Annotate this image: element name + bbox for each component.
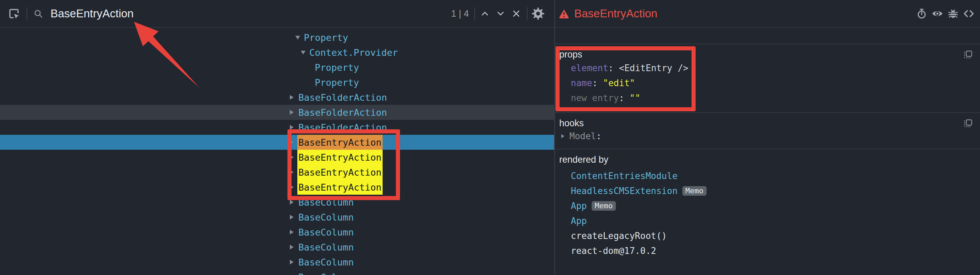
- component-name: Property: [314, 75, 360, 90]
- settings-button[interactable]: [530, 6, 546, 21]
- owner-text: createLegacyRoot(): [571, 231, 667, 241]
- toolbar-separator: [27, 7, 27, 20]
- expand-arrow-icon[interactable]: [290, 240, 298, 254]
- expand-arrow-icon[interactable]: [290, 210, 298, 224]
- inspected-element-toolbar: BaseEntryAction: [555, 0, 980, 28]
- owner-link[interactable]: HeadlessCMSExtension: [571, 186, 678, 196]
- expand-arrow-icon[interactable]: [290, 90, 298, 105]
- tree-row-basefolderaction[interactable]: BaseFolderAction: [0, 120, 554, 135]
- inspect-dom-element-button[interactable]: [929, 6, 945, 21]
- tree-row-property[interactable]: Property: [0, 60, 554, 75]
- tree-row-basecolumn[interactable]: BaseColumn: [0, 240, 554, 254]
- search-icon: [31, 6, 45, 21]
- expand-arrow-icon[interactable]: [290, 270, 298, 275]
- prop-row[interactable]: new entry:"": [559, 90, 974, 106]
- rendered-by-item: createLegacyRoot(): [559, 228, 974, 243]
- suspend-component-button[interactable]: [914, 6, 929, 21]
- inspect-element-icon: [8, 8, 20, 20]
- collapse-arrow-icon[interactable]: [301, 45, 308, 60]
- clear-search-button[interactable]: [508, 6, 524, 21]
- prop-key: new entry: [571, 93, 619, 103]
- component-name: BaseColumn: [298, 224, 355, 240]
- tree-row-basefolderaction[interactable]: BaseFolderAction: [0, 90, 554, 105]
- rendered-by-item: HeadlessCMSExtensionMemo: [559, 183, 974, 198]
- copy-props-button[interactable]: [962, 49, 974, 60]
- chevron-up-icon: [480, 8, 490, 19]
- colon: :: [619, 93, 624, 103]
- next-match-button[interactable]: [493, 6, 508, 21]
- tree-row-basecolumn[interactable]: BaseColumn: [0, 195, 554, 210]
- component-name: BaseFolderAction: [298, 90, 388, 105]
- owner-text: react-dom@17.0.2: [571, 246, 656, 256]
- owner-link[interactable]: App: [571, 201, 587, 211]
- expand-arrow-icon[interactable]: [290, 120, 298, 135]
- arrow-spacer: [306, 60, 314, 75]
- copy-hooks-button[interactable]: [962, 117, 974, 129]
- warning-triangle-icon: [558, 6, 570, 21]
- previous-match-button[interactable]: [477, 6, 493, 21]
- tree-row-basecolumn[interactable]: BaseColumn: [0, 210, 554, 224]
- colon: :: [592, 78, 598, 88]
- view-source-button[interactable]: [961, 6, 977, 21]
- tree-row-property[interactable]: Property: [0, 75, 554, 90]
- component-name: BaseColumn: [298, 210, 355, 224]
- tree-row-baseentryaction[interactable]: BaseEntryAction: [0, 165, 554, 180]
- search-results-count: 1 | 4: [451, 8, 469, 19]
- tree-row-baseentryaction[interactable]: BaseEntryAction: [0, 150, 554, 165]
- prop-value: "edit": [603, 78, 635, 88]
- component-name: BaseColumn: [298, 240, 355, 254]
- component-name: BaseEntryAction: [298, 180, 383, 195]
- expand-arrow-icon[interactable]: [290, 195, 298, 210]
- rendered-by-section: rendered by ContentEntriesModuleHeadless…: [555, 149, 980, 258]
- expand-arrow-icon[interactable]: [290, 135, 298, 150]
- tree-row-basecolumn[interactable]: BaseColumn: [0, 254, 554, 270]
- tree-row-context-provider[interactable]: Context.Provider: [0, 45, 554, 60]
- owner-link[interactable]: ContentEntriesModule: [571, 171, 678, 181]
- gear-icon: [531, 7, 545, 21]
- tree-row-basecolumn[interactable]: BaseColumn: [0, 224, 554, 240]
- hook-name: Model: [570, 131, 596, 141]
- expand-arrow-icon[interactable]: [290, 180, 298, 195]
- prop-row[interactable]: element:<EditEntry />: [559, 60, 974, 76]
- tree-row-basefolderaction[interactable]: BaseFolderAction: [0, 105, 554, 120]
- components-toolbar: 1 | 4: [0, 0, 554, 28]
- search-input[interactable]: [51, 7, 449, 20]
- component-name: BaseFolderAction: [298, 105, 388, 120]
- inspect-element-button[interactable]: [6, 6, 22, 21]
- prop-value: <EditEntry />: [619, 63, 689, 73]
- expand-arrow-icon[interactable]: [561, 134, 570, 138]
- rendered-by-item: ContentEntriesModule: [559, 169, 974, 183]
- toolbar-separator: [527, 7, 528, 20]
- expand-arrow-icon[interactable]: [290, 165, 298, 180]
- copy-icon: [963, 50, 973, 59]
- arrow-spacer: [306, 75, 314, 90]
- rendered-by-item: react-dom@17.0.2: [559, 243, 974, 258]
- tree-row-basecolumn[interactable]: BaseColumn: [0, 270, 554, 275]
- expand-arrow-icon[interactable]: [290, 150, 298, 165]
- expand-arrow-icon[interactable]: [290, 224, 298, 240]
- prop-value: "": [630, 93, 640, 103]
- code-brackets-icon: [963, 8, 975, 19]
- tree-row-baseentryaction[interactable]: BaseEntryAction: [0, 135, 554, 150]
- bug-icon: [948, 8, 959, 19]
- expand-arrow-icon[interactable]: [290, 105, 298, 120]
- tree-row-property[interactable]: Property: [0, 30, 554, 45]
- collapse-arrow-icon[interactable]: [295, 30, 303, 45]
- expand-arrow-icon[interactable]: [290, 254, 298, 270]
- hooks-header: hooks: [559, 118, 584, 129]
- component-name: BaseColumn: [298, 254, 355, 270]
- inspected-component-title: BaseEntryAction: [574, 7, 657, 20]
- hooks-section: hooks Model:: [555, 112, 980, 149]
- tree-row-baseentryaction[interactable]: BaseEntryAction: [0, 180, 554, 195]
- rendered-by-item: App: [559, 213, 974, 228]
- prop-key: name: [571, 78, 592, 88]
- prop-row[interactable]: name:"edit": [559, 76, 974, 90]
- props-header: props: [559, 49, 582, 60]
- component-name: Context.Provider: [308, 45, 399, 60]
- react-devtools-window: 1 | 4: [0, 0, 980, 275]
- hook-row[interactable]: Model:: [559, 129, 974, 143]
- component-name: BaseEntryAction: [298, 165, 383, 180]
- owner-link[interactable]: App: [571, 216, 587, 226]
- log-component-data-button[interactable]: [945, 6, 961, 21]
- memo-badge: Memo: [592, 201, 616, 211]
